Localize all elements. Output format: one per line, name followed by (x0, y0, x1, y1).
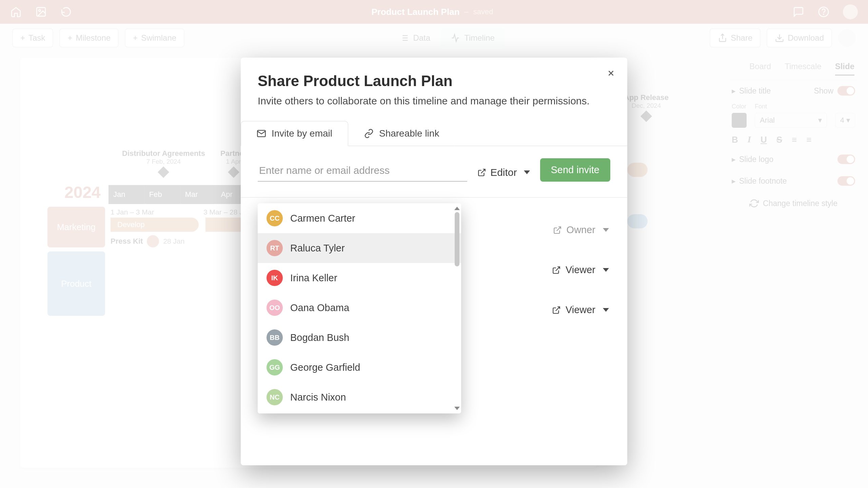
role-label: Viewer (566, 264, 595, 276)
modal-title: Share Product Launch Plan (258, 73, 610, 89)
invite-row: Editor Send invite (241, 146, 627, 182)
chevron-down-icon (603, 308, 609, 312)
suggestion-name: Oana Obama (290, 302, 349, 313)
member-role-owner[interactable]: Owner (553, 224, 609, 236)
suggestion-item[interactable]: CCCarmen Carter (258, 203, 461, 233)
suggestion-item[interactable]: BSBogdan Stone (258, 412, 461, 413)
suggestion-item[interactable]: RTRaluca Tyler (258, 233, 461, 263)
chevron-down-icon (603, 268, 609, 272)
modal-subtitle: Invite others to collaborate on this tim… (258, 94, 610, 108)
suggestion-item[interactable]: BBBogdan Bush (258, 323, 461, 352)
avatar: BB (267, 329, 283, 346)
role-selected: Editor (490, 167, 517, 178)
suggestion-item[interactable]: OOOana Obama (258, 293, 461, 323)
role-label: Viewer (566, 304, 595, 316)
send-invite-button[interactable]: Send invite (540, 158, 611, 182)
svg-line-15 (481, 169, 485, 173)
suggestion-item[interactable]: NCNarcis Nixon (258, 382, 461, 412)
external-link-icon (553, 226, 562, 235)
external-link-icon (552, 266, 561, 274)
mail-icon (257, 129, 266, 138)
svg-line-18 (556, 307, 560, 311)
avatar: CC (267, 210, 283, 226)
suggestion-dropdown: CCCarmen CarterRTRaluca TylerIKIrina Kel… (258, 203, 461, 413)
suggestion-item[interactable]: IKIrina Keller (258, 263, 461, 293)
avatar: RT (267, 240, 283, 256)
member-role-viewer[interactable]: Viewer (552, 264, 609, 276)
external-link-icon (477, 168, 486, 177)
tab-shareable-link[interactable]: Shareable link (348, 121, 455, 146)
member-role-viewer[interactable]: Viewer (552, 304, 609, 316)
avatar: GG (267, 359, 283, 375)
suggestion-name: Bogdan Bush (290, 332, 349, 343)
tab-label: Shareable link (379, 128, 439, 139)
close-icon (607, 69, 615, 78)
tab-label: Invite by email (272, 128, 332, 139)
suggestion-name: Irina Keller (290, 272, 337, 284)
email-input[interactable] (258, 161, 467, 182)
role-label: Owner (567, 224, 595, 236)
suggestion-name: George Garfield (290, 362, 360, 373)
scroll-up-icon[interactable] (454, 207, 460, 210)
external-link-icon (552, 306, 561, 314)
suggestion-name: Carmen Carter (290, 213, 355, 224)
suggestion-name: Raluca Tyler (290, 243, 345, 254)
svg-line-17 (556, 267, 560, 271)
chevron-down-icon (603, 228, 609, 232)
modal-tabs: Invite by email Shareable link (241, 121, 627, 146)
role-picker[interactable]: Editor (477, 167, 530, 182)
avatar: IK (267, 270, 283, 286)
scroll-thumb[interactable] (455, 212, 459, 266)
svg-line-16 (556, 227, 560, 231)
suggestion-name: Narcis Nixon (290, 392, 346, 403)
share-modal: Share Product Launch Plan Invite others … (241, 58, 627, 465)
tab-invite-email[interactable]: Invite by email (241, 121, 348, 146)
scrollbar[interactable] (454, 207, 460, 410)
chevron-down-icon (524, 170, 530, 174)
avatar: OO (267, 300, 283, 316)
close-button[interactable] (604, 66, 618, 80)
link-icon (364, 129, 374, 138)
scroll-down-icon[interactable] (454, 407, 460, 410)
suggestion-item[interactable]: GGGeorge Garfield (258, 352, 461, 382)
avatar: NC (267, 389, 283, 405)
